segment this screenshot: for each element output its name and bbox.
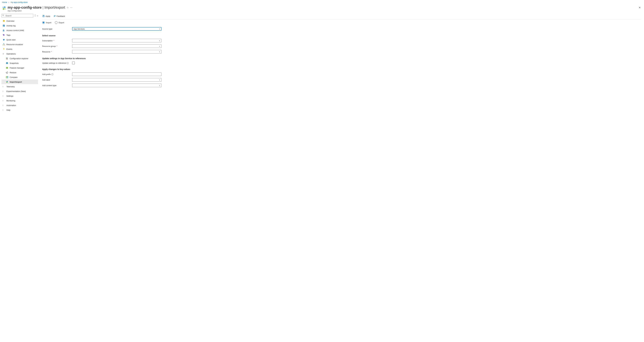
sidebar-item-events[interactable]: Events — [2, 47, 38, 51]
svg-point-16 — [6, 58, 7, 58]
more-icon[interactable]: ⋯ — [70, 6, 72, 9]
feedback-icon — [54, 15, 56, 18]
snapshots-icon — [6, 62, 8, 64]
svg-rect-34 — [43, 15, 44, 16]
add-prefix-input[interactable] — [72, 73, 162, 76]
sidebar-item-compare[interactable]: Compare — [2, 75, 38, 80]
svg-rect-8 — [3, 26, 4, 26]
overview-icon — [3, 20, 5, 22]
sidebar-item-resource-visualizer[interactable]: Resource visualizer — [2, 42, 38, 47]
svg-rect-29 — [6, 77, 7, 77]
sidebar-item-snapshots[interactable]: Snapshots — [2, 61, 38, 66]
sidebar-item-access-control[interactable]: Access control (IAM) — [2, 28, 38, 33]
update-settings-checkbox[interactable] — [72, 62, 75, 64]
sidebar-group-settings[interactable]: › Settings — [2, 94, 38, 98]
svg-point-14 — [3, 45, 3, 45]
resource-dropdown[interactable]: ∨ — [72, 50, 162, 54]
svg-rect-17 — [7, 58, 8, 58]
page-header: my-app-config-store | Import/export ☆ ⋯ … — [0, 5, 644, 13]
chevron-down-icon: ∨ — [159, 85, 160, 86]
chevron-right-icon: › — [3, 109, 5, 111]
chevron-right-icon: › — [3, 100, 5, 102]
sidebar-group-experimentation[interactable]: › Experimentation (New) — [2, 89, 38, 94]
sidebar-group-telemetry[interactable]: › Telemetry — [2, 84, 38, 89]
svg-rect-35 — [43, 16, 44, 17]
sidebar-group-help[interactable]: › Help — [2, 108, 38, 112]
command-toolbar: Apply Feedback — [42, 13, 641, 19]
apply-changes-heading: Apply changes to key-values — [42, 68, 641, 71]
sidebar-item-restore[interactable]: Restore — [2, 70, 38, 75]
sidebar-item-configuration-explorer[interactable]: Configuration explorer — [2, 56, 38, 61]
main-content: Apply Feedback Import Export Source type… — [38, 13, 644, 115]
sidebar-item-feature-manager[interactable]: Feature manager — [2, 66, 38, 70]
expand-icon[interactable] — [34, 15, 36, 17]
events-icon — [3, 48, 5, 50]
breadcrumb-current[interactable]: my-app-config-store — [10, 1, 28, 3]
close-icon[interactable]: ✕ — [638, 6, 641, 9]
svg-rect-31 — [6, 77, 7, 77]
add-content-type-dropdown[interactable]: ∨ — [72, 84, 162, 87]
svg-rect-32 — [8, 77, 8, 77]
chevron-down-icon: ∨ — [159, 51, 160, 53]
source-type-dropdown[interactable]: App Services ∨ — [72, 27, 162, 31]
resource-group-dropdown[interactable]: ∨ — [72, 44, 162, 48]
select-source-heading: Select source — [42, 35, 641, 37]
apply-button[interactable]: Apply — [42, 14, 51, 18]
update-settings-label: Update settings to reference i — [42, 62, 72, 64]
chevron-down-icon: ∨ — [159, 45, 160, 47]
subscription-dropdown[interactable]: ∨ — [72, 39, 162, 42]
sidebar-search[interactable] — [2, 14, 33, 18]
sidebar-group-monitoring[interactable]: › Monitoring — [2, 98, 38, 103]
breadcrumb: Home › my-app-config-store — [0, 0, 644, 5]
breadcrumb-separator: › — [8, 1, 9, 3]
svg-point-9 — [3, 30, 4, 30]
svg-rect-19 — [7, 59, 8, 59]
search-input[interactable] — [2, 14, 33, 18]
collapse-sidebar-icon[interactable]: « — [37, 15, 38, 17]
sidebar-group-operations[interactable]: ∨ Operations — [2, 51, 38, 56]
feedback-button[interactable]: Feedback — [53, 14, 65, 18]
info-icon[interactable]: i — [66, 62, 68, 64]
sidebar: « Overview Activity log Access control (… — [0, 13, 38, 115]
svg-point-36 — [54, 15, 55, 16]
feature-manager-icon — [6, 67, 8, 69]
svg-rect-22 — [6, 62, 8, 63]
chevron-right-icon: › — [3, 90, 5, 92]
svg-rect-20 — [6, 59, 8, 60]
sidebar-item-quick-start[interactable]: Quick start — [2, 37, 38, 42]
add-label-dropdown[interactable]: ∨ — [72, 78, 162, 82]
breadcrumb-home[interactable]: Home — [2, 1, 7, 3]
sidebar-item-tags[interactable]: Tags — [2, 33, 38, 37]
radio-import[interactable]: Import — [42, 21, 51, 24]
favorite-icon[interactable]: ☆ — [66, 6, 69, 9]
radio-export[interactable]: Export — [55, 21, 64, 24]
svg-rect-30 — [8, 77, 8, 77]
sidebar-item-activity-log[interactable]: Activity log — [2, 23, 38, 28]
chevron-right-icon: › — [3, 95, 5, 97]
svg-point-11 — [3, 35, 4, 35]
activity-log-icon — [3, 25, 5, 27]
app-configuration-icon — [2, 6, 6, 10]
svg-point-4 — [4, 21, 4, 21]
resource-group-label: Resource group* — [42, 45, 72, 47]
page-title: my-app-config-store | Import/export — [8, 6, 65, 10]
sidebar-item-import-export[interactable]: Import/export — [2, 80, 38, 84]
svg-point-13 — [4, 43, 4, 44]
svg-point-18 — [6, 58, 7, 59]
svg-line-1 — [4, 16, 4, 16]
restore-icon — [6, 71, 8, 74]
info-icon[interactable]: i — [51, 73, 53, 75]
sidebar-group-automation[interactable]: › Automation — [2, 103, 38, 108]
add-content-type-label: Add content type — [42, 84, 72, 87]
service-name: App Configuration — [8, 10, 642, 12]
chevron-right-icon: › — [3, 104, 5, 106]
svg-point-10 — [4, 30, 4, 30]
config-explorer-icon — [6, 57, 8, 60]
tags-icon — [3, 34, 5, 36]
import-export-icon — [6, 81, 8, 83]
search-icon — [2, 15, 4, 17]
radio-checked-icon — [42, 21, 45, 24]
svg-rect-6 — [3, 25, 4, 26]
sidebar-item-overview[interactable]: Overview — [2, 19, 38, 23]
svg-point-23 — [7, 63, 8, 64]
